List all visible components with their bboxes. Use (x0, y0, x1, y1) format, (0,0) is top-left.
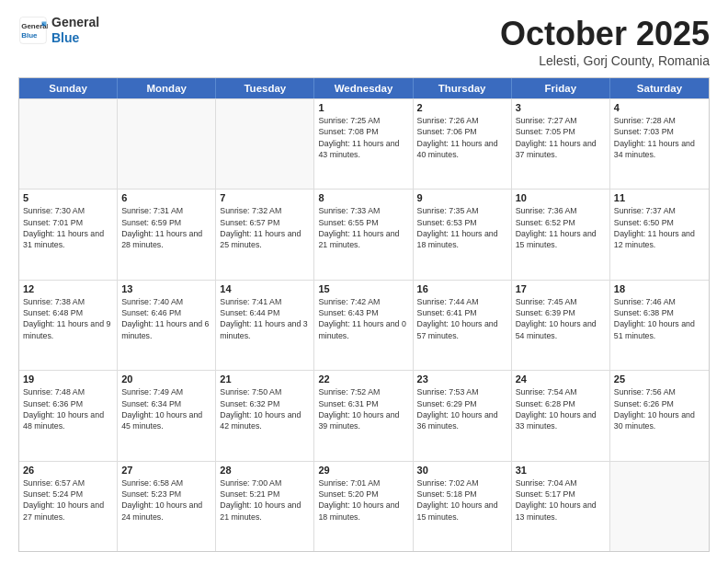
cell-info: Sunrise: 7:30 AMSunset: 7:01 PMDaylight:… (23, 205, 113, 250)
header-friday: Friday (512, 78, 610, 98)
cell-date: 30 (417, 465, 507, 476)
cell-date: 26 (23, 465, 113, 476)
header-wednesday: Wednesday (314, 78, 413, 98)
cell-info: Sunrise: 7:01 AMSunset: 5:20 PMDaylight:… (318, 477, 408, 523)
cell-date: 13 (121, 283, 211, 294)
cell-date: 1 (318, 102, 408, 113)
calendar: Sunday Monday Tuesday Wednesday Thursday… (18, 77, 710, 552)
title-block: October 2025 Lelesti, Gorj County, Roman… (500, 15, 710, 68)
cell-3-5: 24 Sunrise: 7:54 AMSunset: 6:28 PMDaylig… (512, 371, 610, 460)
cell-date: 7 (220, 192, 310, 203)
header-tuesday: Tuesday (216, 78, 314, 98)
cell-date: 18 (614, 283, 705, 294)
cell-info: Sunrise: 6:58 AMSunset: 5:23 PMDaylight:… (121, 477, 211, 523)
logo: General Blue General Blue (18, 15, 99, 46)
cell-date: 20 (121, 373, 211, 385)
cell-2-1: 13 Sunrise: 7:40 AMSunset: 6:46 PMDaylig… (118, 281, 216, 370)
cell-date: 21 (220, 373, 310, 385)
cell-2-3: 15 Sunrise: 7:42 AMSunset: 6:43 PMDaylig… (314, 281, 413, 370)
header-sunday: Sunday (19, 78, 118, 98)
cell-info: Sunrise: 7:36 AMSunset: 6:52 PMDaylight:… (516, 205, 606, 250)
cell-4-4: 30 Sunrise: 7:02 AMSunset: 5:18 PMDaylig… (414, 462, 512, 551)
cell-0-5: 3 Sunrise: 7:27 AMSunset: 7:05 PMDayligh… (512, 99, 610, 189)
cell-date: 31 (516, 465, 606, 476)
cell-info: Sunrise: 7:26 AMSunset: 7:06 PMDaylight:… (417, 115, 507, 160)
cell-date: 19 (23, 373, 113, 385)
cell-2-0: 12 Sunrise: 7:38 AMSunset: 6:48 PMDaylig… (19, 281, 118, 370)
cell-info: Sunrise: 7:35 AMSunset: 6:53 PMDaylight:… (417, 205, 507, 250)
cell-info: Sunrise: 7:25 AMSunset: 7:08 PMDaylight:… (318, 115, 408, 160)
logo-blue: Blue (51, 30, 79, 45)
cell-info: Sunrise: 6:57 AMSunset: 5:24 PMDaylight:… (23, 477, 113, 523)
cell-date: 12 (23, 283, 113, 294)
cell-info: Sunrise: 7:56 AMSunset: 6:26 PMDaylight:… (614, 386, 705, 431)
cell-info: Sunrise: 7:52 AMSunset: 6:31 PMDaylight:… (318, 386, 408, 431)
cell-date: 6 (121, 192, 211, 203)
location: Lelesti, Gorj County, Romania (500, 53, 710, 68)
cell-4-6 (610, 462, 709, 551)
cell-4-0: 26 Sunrise: 6:57 AMSunset: 5:24 PMDaylig… (19, 462, 118, 551)
cell-info: Sunrise: 7:54 AMSunset: 6:28 PMDaylight:… (516, 386, 606, 431)
cell-2-2: 14 Sunrise: 7:41 AMSunset: 6:44 PMDaylig… (216, 281, 314, 370)
cell-info: Sunrise: 7:41 AMSunset: 6:44 PMDaylight:… (220, 296, 310, 341)
cell-3-2: 21 Sunrise: 7:50 AMSunset: 6:32 PMDaylig… (216, 371, 314, 460)
cell-date: 3 (516, 102, 606, 113)
cell-2-6: 18 Sunrise: 7:46 AMSunset: 6:38 PMDaylig… (610, 281, 709, 370)
logo-icon: General Blue (18, 16, 48, 45)
cell-4-3: 29 Sunrise: 7:01 AMSunset: 5:20 PMDaylig… (314, 462, 413, 551)
cell-3-6: 25 Sunrise: 7:56 AMSunset: 6:26 PMDaylig… (610, 371, 709, 460)
cell-info: Sunrise: 7:00 AMSunset: 5:21 PMDaylight:… (220, 477, 310, 523)
month-title: October 2025 (500, 15, 710, 53)
calendar-body: 1 Sunrise: 7:25 AMSunset: 7:08 PMDayligh… (19, 98, 709, 551)
week-row-4: 26 Sunrise: 6:57 AMSunset: 5:24 PMDaylig… (19, 461, 709, 551)
cell-0-2 (216, 99, 314, 189)
cell-date: 8 (318, 192, 408, 203)
calendar-header: Sunday Monday Tuesday Wednesday Thursday… (19, 78, 709, 98)
cell-0-0 (19, 99, 118, 189)
cell-1-2: 7 Sunrise: 7:32 AMSunset: 6:57 PMDayligh… (216, 190, 314, 279)
cell-info: Sunrise: 7:42 AMSunset: 6:43 PMDaylight:… (318, 296, 408, 341)
cell-info: Sunrise: 7:49 AMSunset: 6:34 PMDaylight:… (121, 386, 211, 431)
cell-info: Sunrise: 7:48 AMSunset: 6:36 PMDaylight:… (23, 386, 113, 431)
cell-date: 15 (318, 283, 408, 294)
cell-date: 27 (121, 465, 211, 476)
header-saturday: Saturday (610, 78, 709, 98)
cell-date: 9 (417, 192, 507, 203)
cell-1-1: 6 Sunrise: 7:31 AMSunset: 6:59 PMDayligh… (118, 190, 216, 279)
cell-4-2: 28 Sunrise: 7:00 AMSunset: 5:21 PMDaylig… (216, 462, 314, 551)
cell-2-4: 16 Sunrise: 7:44 AMSunset: 6:41 PMDaylig… (414, 281, 512, 370)
cell-0-3: 1 Sunrise: 7:25 AMSunset: 7:08 PMDayligh… (314, 99, 413, 189)
cell-date: 29 (318, 465, 408, 476)
header-monday: Monday (118, 78, 216, 98)
cell-1-0: 5 Sunrise: 7:30 AMSunset: 7:01 PMDayligh… (19, 190, 118, 279)
cell-info: Sunrise: 7:02 AMSunset: 5:18 PMDaylight:… (417, 477, 507, 523)
cell-date: 2 (417, 102, 507, 113)
cell-info: Sunrise: 7:44 AMSunset: 6:41 PMDaylight:… (417, 296, 507, 341)
cell-4-5: 31 Sunrise: 7:04 AMSunset: 5:17 PMDaylig… (512, 462, 610, 551)
cell-0-1 (118, 99, 216, 189)
cell-3-3: 22 Sunrise: 7:52 AMSunset: 6:31 PMDaylig… (314, 371, 413, 460)
logo-text-block: General Blue (51, 15, 99, 46)
cell-info: Sunrise: 7:45 AMSunset: 6:39 PMDaylight:… (516, 296, 606, 341)
cell-info: Sunrise: 7:33 AMSunset: 6:55 PMDaylight:… (318, 205, 408, 250)
cell-date: 25 (614, 373, 705, 385)
cell-3-1: 20 Sunrise: 7:49 AMSunset: 6:34 PMDaylig… (118, 371, 216, 460)
cell-1-3: 8 Sunrise: 7:33 AMSunset: 6:55 PMDayligh… (314, 190, 413, 279)
header-thursday: Thursday (414, 78, 512, 98)
cell-0-4: 2 Sunrise: 7:26 AMSunset: 7:06 PMDayligh… (414, 99, 512, 189)
cell-info: Sunrise: 7:46 AMSunset: 6:38 PMDaylight:… (614, 296, 705, 341)
cell-info: Sunrise: 7:37 AMSunset: 6:50 PMDaylight:… (614, 205, 705, 250)
header: General Blue General Blue October 2025 L… (18, 15, 710, 68)
cell-0-6: 4 Sunrise: 7:28 AMSunset: 7:03 PMDayligh… (610, 99, 709, 189)
week-row-0: 1 Sunrise: 7:25 AMSunset: 7:08 PMDayligh… (19, 98, 709, 189)
cell-date: 23 (417, 373, 507, 385)
cell-date: 17 (516, 283, 606, 294)
logo-general: General (51, 15, 99, 29)
svg-text:Blue: Blue (21, 31, 38, 40)
cell-3-4: 23 Sunrise: 7:53 AMSunset: 6:29 PMDaylig… (414, 371, 512, 460)
cell-date: 5 (23, 192, 113, 203)
cell-1-5: 10 Sunrise: 7:36 AMSunset: 6:52 PMDaylig… (512, 190, 610, 279)
cell-info: Sunrise: 7:31 AMSunset: 6:59 PMDaylight:… (121, 205, 211, 250)
cell-info: Sunrise: 7:38 AMSunset: 6:48 PMDaylight:… (23, 296, 113, 341)
cell-info: Sunrise: 7:40 AMSunset: 6:46 PMDaylight:… (121, 296, 211, 341)
